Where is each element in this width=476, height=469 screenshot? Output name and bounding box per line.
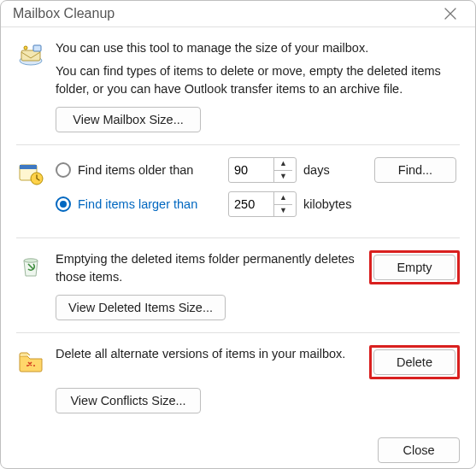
window-title: Mailbox Cleanup — [13, 6, 438, 21]
delete-button[interactable]: Delete — [373, 349, 455, 375]
intro-line-1: You can use this tool to manage the size… — [56, 39, 460, 57]
find-older-row: Find items older than ▲ ▼ days Find... — [56, 157, 460, 183]
content: You can use this tool to manage the size… — [1, 27, 475, 425]
older-days-input[interactable] — [229, 158, 273, 182]
close-icon[interactable] — [438, 1, 463, 26]
svg-point-7 — [24, 259, 38, 262]
footer: Close — [1, 425, 475, 469]
intro-line-2: You can find types of items to delete or… — [56, 62, 460, 98]
find-button[interactable]: Find... — [374, 157, 456, 183]
spinner-up-icon[interactable]: ▲ — [274, 158, 292, 171]
radio-larger-than[interactable] — [56, 196, 71, 212]
svg-rect-5 — [20, 165, 37, 169]
svg-rect-2 — [33, 45, 41, 51]
svg-rect-1 — [21, 50, 40, 61]
find-calendar-icon — [16, 157, 56, 226]
mailbox-cleanup-icon — [16, 39, 56, 132]
larger-unit: kilobytes — [303, 197, 351, 211]
spinner-down-icon[interactable]: ▼ — [274, 171, 292, 183]
deleted-desc: Emptying the deleted items folder perman… — [56, 250, 361, 286]
section-intro: You can use this tool to manage the size… — [16, 27, 460, 145]
section-conflicts: Delete all alternate versions of items i… — [16, 333, 460, 425]
section-deleted: Emptying the deleted items folder perman… — [16, 238, 460, 333]
radio-older-than[interactable] — [56, 162, 71, 178]
mailbox-cleanup-dialog: Mailbox Cleanup You can use this tool to… — [0, 0, 476, 469]
svg-point-3 — [24, 46, 27, 50]
view-deleted-items-size-button[interactable]: View Deleted Items Size... — [56, 295, 226, 320]
older-unit: days — [303, 163, 330, 177]
section-find: Find items older than ▲ ▼ days Find... — [16, 145, 460, 238]
older-days-spinner[interactable]: ▲ ▼ — [228, 157, 297, 183]
recycle-bin-icon — [16, 250, 56, 320]
conflicts-desc: Delete all alternate versions of items i… — [56, 345, 361, 363]
find-larger-row: Find items larger than ▲ ▼ kilobytes — [56, 191, 460, 217]
conflicts-folder-icon — [16, 345, 56, 413]
close-button[interactable]: Close — [378, 437, 460, 463]
highlight-empty: Empty — [369, 250, 460, 284]
spinner-up-icon[interactable]: ▲ — [274, 192, 292, 205]
highlight-delete: Delete — [369, 345, 460, 379]
radio-larger-label[interactable]: Find items larger than — [78, 197, 221, 211]
larger-kb-input[interactable] — [229, 192, 273, 216]
radio-older-label[interactable]: Find items older than — [78, 163, 221, 177]
larger-kb-spinner[interactable]: ▲ ▼ — [228, 191, 297, 217]
view-mailbox-size-button[interactable]: View Mailbox Size... — [56, 107, 201, 132]
titlebar: Mailbox Cleanup — [1, 1, 475, 27]
spinner-down-icon[interactable]: ▼ — [274, 205, 292, 217]
view-conflicts-size-button[interactable]: View Conflicts Size... — [56, 388, 201, 413]
empty-button[interactable]: Empty — [373, 255, 455, 280]
